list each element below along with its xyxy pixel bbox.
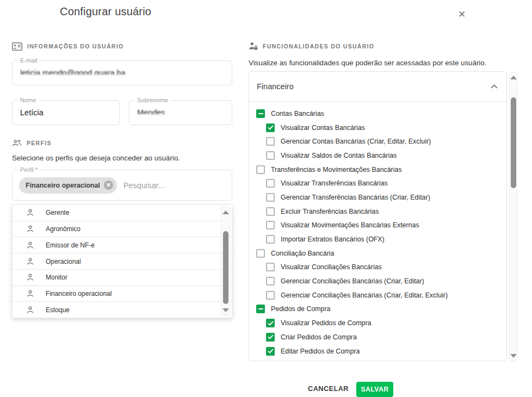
panel-scroll-up-icon[interactable] [510,76,517,79]
permission-label: Contas Bancárias [271,110,324,117]
permission-label: Gerenciar Conciliações Bancárias (Criar,… [281,291,448,299]
checkbox-unchecked-icon[interactable] [266,137,275,146]
profile-option[interactable]: Estoque [13,302,232,318]
permission-row[interactable]: Criar Pedidos de Compra [249,330,506,344]
checkbox-unchecked-icon[interactable] [266,277,275,286]
person-icon [27,306,34,314]
checkbox-indeterminate-icon[interactable] [256,109,265,118]
permission-row[interactable]: Transferências e Movimentações Bancárias [249,163,506,177]
checkbox-unchecked-icon[interactable] [266,221,275,229]
permission-row[interactable]: Gerenciar Contas Bancárias (Criar, Edita… [249,134,506,148]
cancel-button[interactable]: CANCELAR [308,384,349,393]
permission-label: Visualizar Pedidos de Compra [281,319,371,327]
checkbox-unchecked-icon[interactable] [266,179,275,188]
permission-row[interactable]: Gerenciar Transferências Bancárias (Cria… [249,190,506,204]
user-info-section-title: INFORMAÇÕES DO USUÁRIO [27,43,123,49]
checkbox-unchecked-icon[interactable] [266,193,275,202]
first-name-value: Letícia [20,108,44,117]
permission-row[interactable]: Visualizar Movimentações Bancárias Exter… [249,219,506,233]
checkbox-unchecked-icon[interactable] [256,165,265,174]
scroll-up-arrow-icon[interactable] [222,210,229,214]
checkbox-checked-icon[interactable] [266,347,275,356]
first-name-field[interactable]: Nome Letícia [12,100,120,125]
perfis-section-title: PERFIS [27,140,52,146]
last-name-field[interactable]: Sobrenome Mendes [129,100,232,125]
person-icon [27,290,34,297]
functionalities-panel: Financeiro Contas BancáriasVisualizar Co… [249,71,507,361]
selected-profile-chip[interactable]: Financeiro operacional ✕ [19,177,117,194]
save-button[interactable]: SALVAR [356,382,393,397]
profile-option-label: Operacional [46,258,81,265]
permission-row[interactable]: Visualizar Saldos de Contas Bancárias [249,148,506,163]
person-icon [27,274,34,281]
permission-label: Criar Pedidos de Compra [281,333,357,341]
panel-scrollbar[interactable] [509,72,517,362]
user-info-column: INFORMAÇÕES DO USUÁRIO E-mail leticia.me… [12,42,232,318]
checkbox-unchecked-icon[interactable] [266,151,275,160]
permission-label: Pedidos de Compra [271,305,331,313]
panel-scroll-down-icon[interactable] [510,354,517,358]
person-icon [27,258,34,265]
permission-row[interactable]: Pedidos de Compra [249,302,506,317]
permission-row[interactable]: Visualizar Pedidos de Compra [249,316,506,330]
profile-option[interactable]: Gerente [13,205,232,221]
person-lock-icon [249,42,258,51]
checkbox-unchecked-icon[interactable] [256,249,265,258]
permission-label: Visualizar Movimentações Bancárias Exter… [281,221,419,229]
checkbox-checked-icon[interactable] [266,333,275,342]
profile-option-label: Financeiro operacional [46,290,112,297]
chip-remove-icon[interactable]: ✕ [104,181,113,190]
chevron-up-icon[interactable] [491,84,498,89]
permission-label: Visualizar Transferências Bancárias [281,179,388,187]
profile-option[interactable]: Emissor de NF-e [13,237,232,253]
permission-label: Transferências e Movimentações Bancárias [271,166,402,173]
profile-option[interactable]: Agronômico [13,221,232,238]
checkbox-indeterminate-icon[interactable] [256,305,265,313]
permission-row[interactable]: Contas Bancárias [249,107,506,121]
checkbox-unchecked-icon[interactable] [266,235,275,244]
permission-row[interactable]: Visualizar Transferências Bancárias [249,176,506,190]
profile-search-input[interactable] [123,181,225,190]
financeiro-accordion-header[interactable]: Financeiro [249,72,506,102]
name-row: Nome Letícia Sobrenome Mendes [12,100,232,125]
contact-card-icon [12,42,22,51]
permission-row[interactable]: Visualizar Conciliações Bancárias [249,260,506,275]
profile-option[interactable]: Operacional [13,253,232,270]
dropdown-scrollbar[interactable] [221,207,230,316]
permission-row[interactable]: Editar Pedidos de Compra [249,344,506,358]
people-icon [12,139,22,147]
perfis-section-header: PERFIS [12,139,232,147]
email-field[interactable]: E-mail leticia.mendo@good.guara.ba [12,60,232,85]
permission-row[interactable]: Visualizar Contas Bancárias [249,121,506,135]
panel-scrollbar-thumb[interactable] [511,97,516,188]
checkbox-checked-icon[interactable] [266,319,275,327]
permission-label: Gerenciar Transferências Bancárias (Cria… [281,194,430,201]
last-name-value: Mendes [137,108,165,117]
profile-options-list: GerenteAgronômicoEmissor de NF-eOperacio… [13,205,232,318]
profile-option[interactable]: Monitor [13,270,232,286]
permission-row[interactable]: Conciliação Bancária [249,246,506,260]
checkbox-unchecked-icon[interactable] [266,207,275,216]
person-icon [27,225,34,233]
selected-profile-chip-label: Financeiro operacional [26,182,100,189]
close-icon[interactable]: ✕ [455,7,469,21]
permission-row[interactable]: Gerenciar Conciliações Bancárias (Criar,… [249,288,506,302]
permission-label: Gerenciar Conciliações Bancárias (Criar,… [281,277,424,285]
functionalities-helper-text: Visualize as funcionalidades que poderão… [249,59,507,67]
permission-row[interactable]: Gerenciar Conciliações Bancárias (Criar,… [249,274,506,288]
permission-label: Visualizar Conciliações Bancárias [281,263,382,271]
checkbox-unchecked-icon[interactable] [266,263,275,271]
functionalities-section-title: FUNCIONALIDADES DO USUÁRIO [263,43,374,49]
permission-row[interactable]: Excluir Transferências Bancárias [249,204,506,219]
profile-options-dropdown: GerenteAgronômicoEmissor de NF-eOperacio… [12,204,232,318]
perfil-select-field[interactable]: Perfil * Financeiro operacional ✕ [12,170,232,201]
permission-row[interactable]: Importar Extratos Bancários (OFX) [249,232,506,246]
scroll-down-arrow-icon[interactable] [222,308,229,312]
checkbox-checked-icon[interactable] [266,123,275,132]
checkbox-unchecked-icon[interactable] [266,291,275,300]
dropdown-scrollbar-thumb[interactable] [223,231,228,304]
profile-option[interactable]: Financeiro operacional [13,286,232,302]
permission-label: Gerenciar Contas Bancárias (Criar, Edita… [281,138,431,145]
profile-option-label: Gerente [46,209,69,216]
permission-label: Excluir Transferências Bancárias [281,208,379,215]
